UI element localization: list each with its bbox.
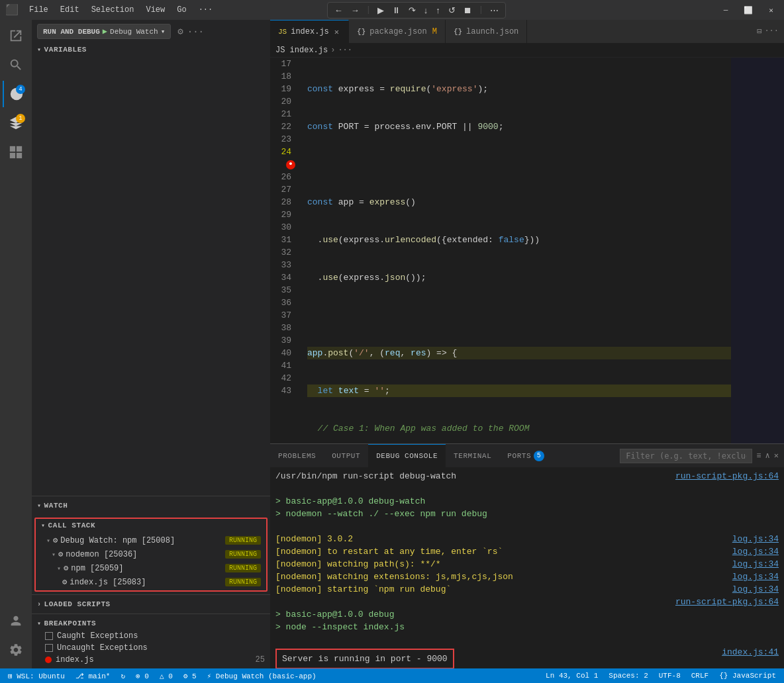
console-line: /usr/bin/npm run-script debug-watch [275,470,456,482]
debug-step-over-button[interactable]: ↷ [406,4,418,17]
console-link[interactable]: run-script-pkg.js:64 [675,596,779,608]
breakpoints-header[interactable]: ▾ BREAKPOINTS [32,617,270,630]
console-link[interactable]: run-script-pkg.js:64 [675,470,779,482]
maximize-button[interactable]: ⬜ [738,5,758,16]
process-icon: ⚙ [58,549,63,559]
tab-package-json[interactable]: {} package.json M [349,20,446,43]
panel-tab-debug-console[interactable]: DEBUG CONSOLE [368,444,446,467]
breakpoint-dot-icon [45,657,52,663]
line-number: 34 [270,271,297,284]
index-js-breakpoint-item[interactable]: index.js 25 [32,654,270,666]
caught-exceptions-item[interactable]: Caught Exceptions [32,630,270,642]
menu-go[interactable]: Go [172,4,191,16]
debug-more-button[interactable]: ⋯ [487,4,501,17]
status-git-branch[interactable]: ⎇ main* [73,672,113,680]
panel-tab-problems[interactable]: PROBLEMS [270,444,324,467]
code-line [307,158,731,171]
debug-stop-button[interactable]: ⏹ [461,4,475,17]
more-tabs-icon[interactable]: ··· [764,26,779,36]
menu-more[interactable]: ··· [193,4,219,16]
status-debug[interactable]: ⚙ 5 [181,672,199,680]
menu-view[interactable]: View [140,4,170,16]
variables-chevron-icon: ▾ [37,46,42,54]
breadcrumb-file[interactable]: JS index.js [275,46,328,55]
code-line: let text = ''; [307,385,731,397]
status-debug-watch[interactable]: ⚡ Debug Watch (basic-app) [205,672,319,680]
close-button[interactable]: ✕ [763,5,779,16]
console-line: > basic-app@1.0.0 debug [275,608,394,621]
activity-account[interactable] [3,608,29,634]
call-stack-header[interactable]: ▾ CALL STACK [36,519,266,532]
menu-file[interactable]: File [24,4,54,16]
menu-edit[interactable]: Edit [55,4,85,16]
minimize-button[interactable]: — [718,5,734,16]
menu-selection[interactable]: Selection [86,4,140,16]
panel-tab-terminal[interactable]: TERMINAL [446,444,499,467]
status-line-ending[interactable]: CRLF [689,672,711,680]
activity-settings[interactable] [3,637,29,663]
run-debug-button[interactable]: RUN AND DEBUG ▶ Debug Watch ▾ [37,24,171,39]
debug-forward-button[interactable]: → [348,4,362,17]
console-link[interactable]: log.js:34 [732,545,779,558]
uncaught-exceptions-checkbox[interactable] [45,644,53,652]
status-warnings[interactable]: △ 0 [157,672,175,680]
status-wsl[interactable]: ⊞ WSL: Ubuntu [5,672,68,680]
code-line: const express = require('express'); [307,83,731,95]
loaded-scripts-header[interactable]: › LOADED SCRIPTS [32,598,270,611]
variables-section-header[interactable]: ▾ VARIABLES [32,43,270,56]
panel: PROBLEMS OUTPUT DEBUG CONSOLE TERMINAL P… [270,443,784,668]
code-editor: 17 18 19 20 21 22 23 24 ● 25 26 27 28 29… [270,58,784,443]
json-file-icon: {} [454,28,462,36]
debug-restart-button[interactable]: ↺ [446,4,458,17]
debug-continue-button[interactable]: ▶ [375,4,387,17]
activity-search[interactable] [3,52,29,78]
debug-console-content: /usr/bin/npm run-script debug-watch run-… [270,467,784,668]
debug-back-button[interactable]: ← [332,4,346,17]
status-remote[interactable]: ↻ [118,672,128,680]
console-link[interactable]: log.js:34 [732,583,779,596]
status-spaces[interactable]: Spaces: 2 [606,672,650,680]
tab-close-button[interactable]: ✕ [333,26,340,38]
status-line-col[interactable]: Ln 43, Col 1 [543,672,601,680]
console-link[interactable]: log.js:34 [732,558,779,570]
panel-close-icon[interactable]: ✕ [774,451,779,461]
call-stack-item[interactable]: ▾ ⚙ npm [25059] RUNNING [36,561,266,575]
console-link[interactable]: log.js:34 [732,570,779,583]
panel-filter-actions-icon[interactable]: ≡ [756,451,761,461]
call-stack-item[interactable]: ⚙ index.js [25083] RUNNING [36,575,266,589]
call-stack-item[interactable]: ▾ ⚙ nodemon [25036] RUNNING [36,547,266,561]
call-stack-item[interactable]: ▾ ⚙ Debug Watch: npm [25008] RUNNING [36,533,266,547]
console-output-row [275,520,779,533]
panel-tab-output[interactable]: OUTPUT [324,444,368,467]
activity-debug[interactable]: 1 [3,110,29,136]
caught-exceptions-checkbox[interactable] [45,632,53,640]
line-number: 19 [270,83,297,95]
watch-section-header[interactable]: ▾ WATCH [32,499,270,512]
status-errors[interactable]: ⊗ 0 [133,672,152,680]
console-link[interactable]: index.js:41 [722,646,779,668]
console-line: [nodemon] watching path(s): **/* [275,558,441,570]
split-editor-icon[interactable]: ⊟ [757,26,761,36]
status-language[interactable]: {} JavaScript [716,672,779,680]
activity-source-control[interactable]: 4 [3,81,29,107]
console-link[interactable]: log.js:34 [732,533,779,545]
activity-bar: 4 1 [0,20,32,668]
code-content[interactable]: const express = require('express'); cons… [302,58,731,443]
debug-pause-button[interactable]: ⏸ [389,4,403,17]
panel-collapse-icon[interactable]: ∧ [765,451,770,461]
activity-explorer[interactable] [3,23,29,49]
tab-launch-json[interactable]: {} launch.json [446,20,527,43]
breadcrumb-more[interactable]: ··· [338,46,352,55]
uncaught-exceptions-item[interactable]: Uncaught Exceptions [32,642,270,654]
gear-icon[interactable]: ⚙ [177,26,183,37]
debug-step-into-button[interactable]: ↓ [421,4,431,17]
filter-input[interactable] [620,449,752,463]
debug-step-out-button[interactable]: ↑ [433,4,443,17]
more-actions-icon[interactable]: ··· [187,26,204,37]
json-file-icon: {} [357,28,366,36]
activity-extensions[interactable] [3,139,29,165]
status-encoding[interactable]: UTF-8 [656,672,683,680]
tab-index-js[interactable]: JS index.js ✕ [270,20,349,43]
panel-tab-ports[interactable]: PORTS 5 [499,444,552,467]
console-line: [nodemon] to restart at any time, enter … [275,545,503,558]
